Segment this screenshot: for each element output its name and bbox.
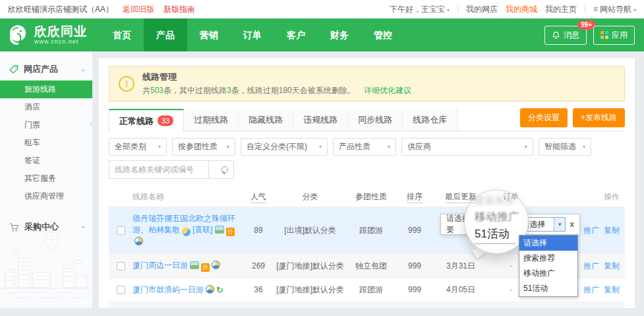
group-type-value: 跟团游 — [345, 225, 397, 236]
sidebar-item[interactable]: 酒店 — [0, 98, 92, 116]
table-header-cell: 线路名称 — [132, 191, 241, 203]
filter-select[interactable]: 供应商▾ — [401, 138, 533, 156]
sidebar-item[interactable]: 供应商管理 — [0, 187, 92, 205]
search-input[interactable] — [109, 160, 209, 179]
tab-actions: 分类设置 +发布线路 — [520, 108, 625, 131]
filter-select[interactable]: 智能筛选▾ — [539, 138, 591, 156]
bell-icon — [552, 31, 560, 40]
filter-select[interactable]: 全部类别▾ — [109, 138, 167, 156]
optimization-advice-link[interactable]: 详细优化建议 — [364, 86, 411, 95]
sidebar-section-products[interactable]: 网店产品 ▴ — [0, 57, 92, 80]
my-homepage-link[interactable]: 我的主页 — [545, 4, 577, 15]
nav-item[interactable]: 财务 — [318, 18, 361, 51]
collapse-arrow-icon: ▴ — [82, 67, 84, 73]
direct-link-tag: [直联] — [192, 224, 213, 236]
tab[interactable]: 隐藏线路 — [239, 109, 293, 131]
table-header-cell: 最后更新 — [432, 191, 490, 203]
divider — [585, 5, 585, 13]
navbar: 欣欣同业 www.cncn.net 首页产品营销订单客户财务管控 消息 99+ … — [0, 18, 644, 51]
divider — [457, 5, 458, 13]
nav-item[interactable]: 产品 — [144, 18, 187, 51]
dropdown-option[interactable]: 请选择 — [519, 236, 577, 251]
sidebar-item[interactable]: 其它服务 — [0, 170, 92, 187]
category-settings-button[interactable]: 分类设置 — [520, 108, 568, 127]
sort-value: 999 — [397, 261, 432, 272]
site-nav-dropdown[interactable]: ≡网站导航▾ — [593, 4, 636, 15]
row-action-link[interactable]: 复制 — [604, 285, 620, 294]
expired-count: 3 — [227, 86, 231, 95]
promotion-dropdown-list: 请选择搜索推荐移动推广51活动 — [519, 235, 578, 297]
messages-button[interactable]: 消息 99+ — [544, 26, 587, 45]
row-action-link[interactable]: 复制 — [604, 226, 620, 235]
route-badges: 分 — [188, 261, 220, 270]
route-name-link[interactable]: 厦门市鼓浪屿一日游 — [132, 285, 204, 294]
new-version-guide-link[interactable]: 新版指南 — [163, 4, 195, 15]
search-button[interactable] — [209, 160, 234, 179]
popup-close-button[interactable]: x — [566, 220, 574, 229]
table-header-cell: 人气 — [241, 191, 276, 203]
store-name: 欣欣旺铺演示店铺测试（AA） — [8, 4, 113, 15]
tab[interactable]: 线路仓库 — [403, 109, 457, 131]
nav-item[interactable]: 首页 — [100, 18, 144, 51]
table-row: 奔跑吧海岛】厦门出发-海南双飞5日游↻[购物、自费] 13 [国内]默认分类 跟… — [109, 301, 625, 308]
back-to-old-link[interactable]: 返回旧版 — [123, 4, 154, 15]
page: 欣欣旺铺演示店铺测试（AA） 返回旧版 新版指南 下午好，王宝宝▾ 我的网店 我… — [0, 0, 644, 316]
tab[interactable]: 过期线路 — [184, 109, 239, 131]
sidebar-item[interactable]: 门票 — [0, 116, 92, 134]
row-checkbox[interactable] — [117, 286, 125, 294]
tab[interactable]: 同步线路 — [348, 109, 403, 131]
topbar: 欣欣旺铺演示店铺测试（AA） 返回旧版 新版指南 下午好，王宝宝▾ 我的网店 我… — [0, 0, 644, 18]
content-card: ! 线路管理 共503条，其中过期线路3条，线路过期180天会被系统删除。 详细… — [99, 58, 635, 308]
row-action-link[interactable]: 推广 — [583, 226, 599, 235]
route-name-link[interactable]: 厦门周边一日游 — [132, 261, 188, 270]
main-nav-menu: 首页产品营销订单客户财务管控 — [100, 18, 405, 51]
nav-item[interactable]: 营销 — [187, 18, 231, 51]
sidebar-collapse-handle[interactable]: ‹ — [90, 119, 92, 129]
dropdown-option[interactable]: 51活动 — [519, 281, 577, 296]
dropdown-option[interactable]: 搜索推荐 — [519, 251, 577, 266]
filter-select[interactable]: 产品性质▾ — [333, 138, 396, 156]
brand[interactable]: 欣欣同业 www.cncn.net — [0, 18, 100, 51]
tab[interactable]: 违规线路 — [293, 109, 348, 131]
category-value: [出境]默认分类 — [276, 225, 345, 236]
row-action-link[interactable]: 推广 — [583, 261, 599, 270]
sidebar-item[interactable]: 租车 — [0, 134, 92, 152]
apps-button[interactable]: 应用 — [593, 26, 635, 45]
photo-icon — [215, 226, 224, 234]
greeting-dropdown[interactable]: 下午好，王宝宝▾ — [390, 4, 450, 15]
nav-item[interactable]: 管控 — [361, 18, 405, 51]
notice-title: 线路管理 — [142, 71, 411, 83]
nav-item[interactable]: 客户 — [274, 18, 318, 51]
route-badges: ↻ — [204, 285, 223, 294]
publish-route-button[interactable]: +发布线路 — [573, 108, 625, 127]
my-mall-link[interactable]: 我的商城 — [506, 4, 537, 15]
row-checkbox[interactable] — [117, 262, 125, 270]
table-header-cell: 操作 — [532, 191, 625, 203]
my-shop-link[interactable]: 我的网店 — [466, 4, 498, 15]
table-header-cell: 参团性质 — [345, 191, 397, 203]
chevron-down-icon: ▾ — [158, 144, 161, 150]
dropdown-option[interactable]: 移动推广 — [519, 266, 577, 281]
row-checkbox[interactable] — [117, 226, 125, 235]
message-count-badge: 99+ — [577, 20, 595, 30]
content: ! 线路管理 共503条，其中过期线路3条，线路过期180天会被系统删除。 详细… — [92, 51, 644, 308]
row-action-link[interactable]: 推广 — [583, 285, 599, 294]
globe-icon — [206, 285, 214, 294]
table-header: 线路名称人气分类参团性质排序最后更新订单操作 — [109, 187, 625, 206]
tab[interactable]: 正常线路33 — [109, 109, 184, 131]
sidebar-item[interactable]: 旅游线路 — [0, 80, 92, 98]
group-type-value: 跟团游 — [345, 284, 397, 296]
sidebar-items: 旅游线路酒店门票租车签证其它服务供应商管理 — [0, 80, 92, 205]
row-action-link[interactable]: 复制 — [604, 261, 620, 270]
table-header-cell: 订单 — [490, 191, 532, 203]
verified-badge-icon: ✓ — [182, 228, 190, 236]
chevron-down-icon: ▾ — [319, 144, 322, 150]
filter-select[interactable]: 自定义分类(不限)▾ — [241, 138, 328, 156]
sidebar-item[interactable]: 签证 — [0, 152, 92, 170]
routes-table: 线路名称人气分类参团性质排序最后更新订单操作 德丹瑞芬挪五国北欧之珠循环游、柏林… — [109, 187, 625, 308]
chevron-down-icon: ▾ — [388, 144, 390, 150]
skyline-illustration — [0, 225, 92, 304]
filter-select[interactable]: 按参团性质▾ — [172, 138, 235, 156]
chevron-down-icon: ▾ — [633, 7, 636, 13]
nav-item[interactable]: 订单 — [231, 18, 274, 51]
